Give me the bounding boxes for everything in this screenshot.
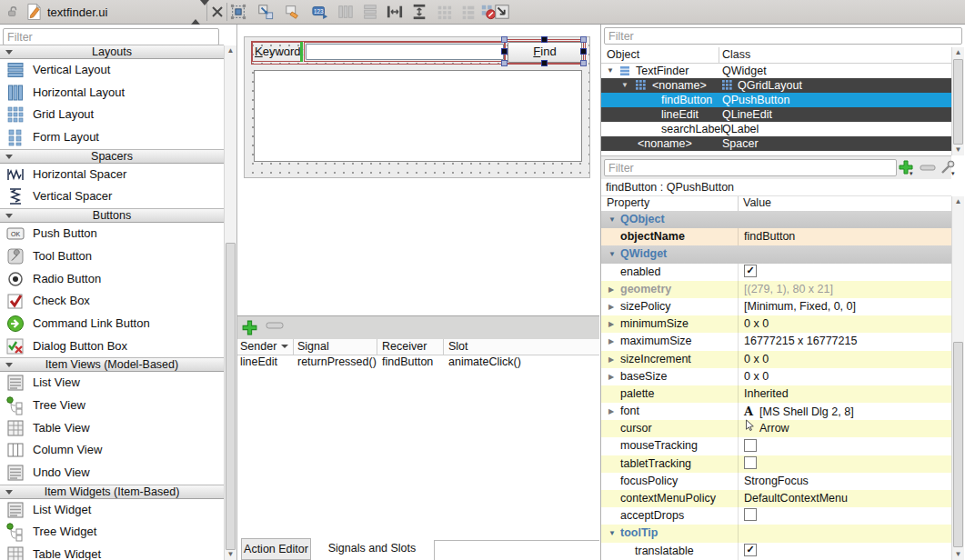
widget-box-section-item-views-model-based-[interactable]: Item Views (Model-Based) [0, 357, 224, 372]
property-value[interactable]: findButton [738, 228, 951, 245]
property-row-acceptDrops[interactable]: acceptDrops [601, 507, 951, 525]
property-value[interactable]: [Minimum, Fixed, 0, 0] [738, 298, 951, 315]
property-value[interactable]: [(279, 1), 80 x 21] [738, 281, 951, 298]
property-row-palette[interactable]: paletteInherited [601, 385, 951, 403]
resize-handle[interactable] [501, 48, 508, 55]
property-row-contextMenuPolicy[interactable]: contextMenuPolicyDefaultContextMenu [601, 490, 951, 507]
file-selector-spinner[interactable] [191, 5, 202, 18]
edit-signals-slots-icon[interactable] [257, 4, 274, 20]
widget-box-filter-input[interactable] [3, 28, 219, 45]
expand-arrow-icon[interactable]: ▶ [608, 368, 614, 385]
widget-box-item-horizontal-layout[interactable]: Horizontal Layout [0, 82, 224, 105]
widget-box-item-undo-view[interactable]: Undo View [0, 462, 224, 485]
widget-box-item-table-widget[interactable]: Table Widget [0, 544, 224, 560]
object-tree-row-lineEdit[interactable]: lineEditQLineEdit [601, 107, 951, 122]
widget-box-item-tree-view[interactable]: Tree View [0, 395, 224, 417]
checkbox-unchecked[interactable] [744, 508, 757, 521]
expand-arrow-icon[interactable]: ▼ [608, 525, 616, 542]
scroll-down-icon[interactable]: ▼ [952, 549, 964, 560]
widget-box-section-item-widgets-item-based-[interactable]: Item Widgets (Item-Based) [0, 485, 224, 499]
line-edit[interactable] [306, 44, 504, 60]
property-value[interactable]: ✓ [738, 264, 951, 281]
property-value[interactable]: Inherited [738, 385, 951, 403]
property-value[interactable] [738, 455, 951, 473]
property-row-tabletTracking[interactable]: tabletTracking [601, 455, 951, 473]
lay-out-horizontal-splitter-icon[interactable] [387, 4, 403, 20]
widget-box-item-column-view[interactable]: Column View [0, 439, 224, 462]
property-row-geometry[interactable]: ▶geometry[(279, 1), 80 x 21] [601, 281, 951, 298]
expand-arrow-icon[interactable]: ▶ [608, 333, 614, 350]
property-row-sizePolicy[interactable]: ▶sizePolicy[Minimum, Fixed, 0, 0] [601, 298, 951, 315]
adjust-size-icon[interactable] [494, 4, 510, 20]
property-editor-scrollbar[interactable]: ▲ ▼ [951, 196, 964, 560]
widget-box-section-layouts[interactable]: Layouts [0, 45, 224, 59]
tab-action-editor[interactable]: Action Editor [241, 538, 311, 560]
property-row-sizeIncrement[interactable]: ▶sizeIncrement0 x 0 [601, 351, 951, 368]
property-row-mouseTracking[interactable]: mouseTracking [601, 437, 951, 455]
property-row-QWidget[interactable]: ▼QWidget [601, 245, 951, 263]
property-row-minimumSize[interactable]: ▶minimumSize0 x 0 [601, 315, 951, 333]
object-inspector-header[interactable]: Object Class [601, 47, 951, 64]
checkbox-unchecked[interactable] [744, 439, 757, 452]
property-value[interactable]: 0 x 0 [738, 368, 951, 385]
add-connection-icon[interactable] [241, 319, 258, 336]
object-inspector-filter-input[interactable] [604, 27, 962, 45]
resize-handle[interactable] [541, 36, 548, 43]
form-canvas[interactable]: Keyword: Find [244, 36, 590, 178]
property-value[interactable]: 0 x 0 [738, 315, 951, 333]
scroll-up-icon[interactable]: ▲ [952, 47, 964, 58]
property-row-focusPolicy[interactable]: focusPolicyStrongFocus [601, 473, 951, 490]
widget-box-item-check-box[interactable]: Check Box [0, 290, 224, 313]
add-dynamic-property-icon[interactable]: ▾ [898, 159, 914, 175]
property-row-font[interactable]: ▶fontA[MS Shell Dlg 2, 8] [601, 403, 951, 420]
object-tree-row-searchLabel[interactable]: searchLabelQLabel [601, 122, 951, 136]
resize-handle[interactable] [580, 36, 587, 43]
lay-out-horizontally-icon[interactable] [337, 4, 354, 20]
widget-box-item-vertical-layout[interactable]: Vertical Layout [0, 59, 224, 82]
checkbox-checked[interactable]: ✓ [744, 265, 757, 277]
property-value[interactable]: StrongFocus [738, 473, 951, 490]
checkbox-checked[interactable]: ✓ [744, 544, 757, 556]
scrollbar-thumb[interactable] [953, 342, 963, 547]
scrollbar-thumb[interactable] [953, 59, 963, 145]
widget-box-item-dialog-button-box[interactable]: Dialog Button Box [0, 335, 224, 358]
signals-table-header[interactable]: Sender Signal Receiver Slot [237, 339, 599, 355]
widget-box-item-tree-widget[interactable]: Tree Widget [0, 521, 224, 544]
text-edit[interactable] [254, 70, 582, 162]
property-row-cursor[interactable]: cursorArrow [601, 420, 951, 437]
widget-box-item-horizontal-spacer[interactable]: Horizontal Spacer [0, 164, 224, 186]
expand-arrow-icon[interactable]: ▼ [607, 64, 614, 78]
widget-box-item-form-layout[interactable]: Form Layout [0, 126, 224, 149]
unlock-icon[interactable] [6, 5, 19, 18]
remove-connection-icon[interactable] [266, 321, 283, 338]
lay-out-vertical-splitter-icon[interactable] [411, 4, 427, 20]
resize-handle[interactable] [501, 36, 508, 43]
scroll-up-icon[interactable]: ▲ [952, 196, 964, 207]
lay-out-vertically-icon[interactable] [362, 4, 378, 20]
widget-box-item-command-link-button[interactable]: Command Link Button [0, 313, 224, 335]
tab-signals-slots-editor[interactable]: Signals and Slots Editor [315, 538, 429, 560]
widget-box-item-push-button[interactable]: OKPush Button [0, 223, 224, 245]
close-icon[interactable] [211, 5, 224, 18]
object-inspector-scrollbar[interactable]: ▲ ▼ [951, 47, 964, 155]
property-value[interactable]: A[MS Shell Dlg 2, 8] [738, 403, 951, 420]
property-row-baseSize[interactable]: ▶baseSize0 x 0 [601, 368, 951, 385]
property-value[interactable] [738, 437, 951, 455]
checkbox-unchecked[interactable] [744, 456, 757, 469]
scroll-down-icon[interactable]: ▼ [952, 145, 964, 155]
widget-box-item-vertical-spacer[interactable]: Vertical Spacer [0, 185, 224, 208]
resize-handle[interactable] [580, 60, 587, 66]
property-value[interactable] [738, 525, 951, 542]
expand-arrow-icon[interactable]: ▶ [608, 351, 614, 368]
property-value[interactable] [738, 507, 951, 525]
connection-row[interactable]: lineEditreturnPressed()findButtonanimate… [237, 355, 599, 370]
lay-out-form-layout-icon[interactable] [460, 4, 477, 20]
expand-arrow-icon[interactable]: ▶ [608, 403, 614, 420]
property-row-translatable[interactable]: translatable✓ [601, 543, 951, 560]
widget-box-item-grid-layout[interactable]: Grid Layout [0, 104, 224, 126]
property-row-objectName[interactable]: objectNamefindButton [601, 228, 951, 245]
expand-arrow-icon[interactable]: ▼ [608, 245, 616, 263]
object-tree-row-noname[interactable]: <noname>Spacer [601, 136, 951, 151]
expand-arrow-icon[interactable]: ▶ [608, 281, 614, 298]
property-editor-filter-input[interactable] [604, 159, 897, 176]
